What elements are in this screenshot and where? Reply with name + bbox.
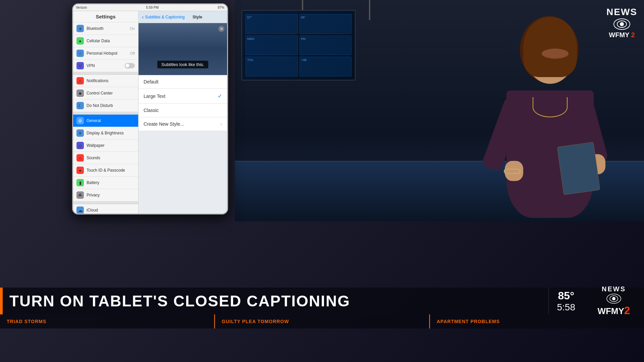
presenter-figure: [460, 0, 627, 221]
battery-label: 97%: [218, 6, 224, 9]
control-center-icon: ■: [76, 89, 84, 97]
ticker-segment-triad: TRIAD STORMS: [0, 314, 214, 328]
main-headline-text: TURN ON TABLET'S CLOSED CAPTIONING: [9, 292, 350, 310]
bg-data-cell: NWS: [246, 36, 298, 55]
background-monitor: 57° 85° NWS PM 72% ↑NE: [241, 10, 356, 80]
icloud-icon: ☁: [76, 206, 84, 214]
do-not-disturb-icon: ☾: [76, 102, 84, 109]
sidebar-item-wallpaper[interactable]: ◇ Wallpaper: [73, 139, 138, 152]
wfmy-cbs-eye-icon: [606, 294, 622, 304]
notifications-icon: ⚠: [76, 77, 84, 84]
bg-data-cell: ↑NE: [300, 57, 352, 76]
vpn-icon: V: [76, 62, 84, 69]
battery-icon: ▮: [76, 179, 84, 186]
station-label: WFMY 2: [609, 31, 635, 39]
bg-data-cell: PM: [300, 36, 352, 55]
sidebar-item-battery[interactable]: ▮ Battery: [73, 177, 138, 189]
cbs-eye-icon: [613, 18, 630, 30]
sidebar-divider: [73, 72, 138, 75]
right-nav-bar: ‹ Subtitles & Captioning Style: [139, 11, 227, 23]
ticker-label-apartment: APARTMENT PROBLEMS: [437, 319, 500, 324]
bg-data-cell: 72%: [246, 57, 298, 76]
style-option-classic[interactable]: Classic: [139, 104, 227, 117]
preview-close-button[interactable]: ✕: [218, 26, 224, 32]
time-label: 5:59 PM: [146, 6, 159, 9]
sidebar-item-bluetooth[interactable]: ∗ Bluetooth On: [73, 22, 138, 35]
studio-background: 57° 85° NWS PM 72% ↑NE: [235, 0, 644, 221]
sidebar-divider-2: [73, 112, 138, 115]
sidebar-item-display[interactable]: ☀ Display & Brightness: [73, 127, 138, 139]
general-icon: ⚙: [76, 117, 84, 124]
ipad-screen: Verizon 5:59 PM 97% Settings ∗ Bluetooth…: [73, 4, 227, 214]
bluetooth-icon: ∗: [76, 25, 84, 32]
ipad-main-content: Settings ∗ Bluetooth On ● Cellular Data …: [73, 11, 227, 214]
touchid-icon: ●: [76, 167, 84, 174]
sidebar-item-sounds[interactable]: ♫ Sounds: [73, 152, 138, 164]
sidebar-divider-3: [73, 201, 138, 204]
sidebar-item-cellular[interactable]: ● Cellular Data: [73, 35, 138, 47]
cellular-icon: ●: [76, 37, 84, 45]
nav-title: Style: [193, 15, 202, 19]
style-option-default[interactable]: Default: [139, 75, 227, 89]
temperature-display: 85°: [558, 290, 574, 302]
chevron-right-icon: ›: [220, 121, 222, 127]
ticker-segment-apartment: APARTMENT PROBLEMS: [430, 314, 644, 328]
lower-third: TURN ON TABLET'S CLOSED CAPTIONING 85° 5…: [0, 288, 644, 328]
ipad-device: Verizon 5:59 PM 97% Settings ∗ Bluetooth…: [72, 3, 228, 215]
ticker-label-guilty: GUILTY PLEA TOMORROW: [222, 319, 289, 324]
settings-right-panel: ‹ Subtitles & Captioning Style ✕ Subtitl…: [139, 11, 227, 214]
bg-data-cell: 57°: [246, 14, 298, 34]
style-option-create-new[interactable]: Create New Style... ›: [139, 117, 227, 131]
sidebar-item-privacy[interactable]: ☘ Privacy: [73, 189, 138, 201]
bg-data-cell: 85°: [300, 14, 352, 34]
subtitle-preview-text: Subtitles look like this.: [157, 61, 208, 68]
back-arrow-icon[interactable]: ‹: [142, 14, 144, 20]
orange-accent-bar: [0, 288, 3, 314]
top-right-logo: NEWS WFMY 2: [606, 7, 637, 39]
carrier-label: Verizon: [76, 6, 87, 9]
weather-time-box: 85° 5:58: [548, 288, 584, 314]
style-option-large-text[interactable]: Large Text ✓: [139, 89, 227, 104]
display-icon: ☀: [76, 129, 84, 137]
wfmy-news-text: NEWS: [602, 285, 626, 293]
sidebar-item-touchid[interactable]: ● Touch ID & Passcode: [73, 164, 138, 177]
subtitle-preview-area: ✕ Subtitles look like this.: [139, 23, 227, 75]
privacy-icon: ☘: [76, 191, 84, 199]
sidebar-item-icloud[interactable]: ☁ iCloud: [73, 204, 138, 214]
settings-sidebar: Settings ∗ Bluetooth On ● Cellular Data …: [73, 11, 139, 214]
sidebar-item-general[interactable]: ⚙ General: [73, 115, 138, 127]
settings-header: Settings: [73, 11, 138, 22]
sidebar-item-control-center[interactable]: ■ Control Center: [73, 87, 138, 100]
sidebar-item-hotspot[interactable]: ☆ Personal Hotspot Off: [73, 47, 138, 60]
sidebar-item-notifications[interactable]: ⚠ Notifications: [73, 75, 138, 87]
sidebar-item-do-not-disturb[interactable]: ☾ Do Not Disturb: [73, 100, 138, 112]
ticker-segment-guilty: GUILTY PLEA TOMORROW: [215, 314, 429, 328]
wfmy-logo: NEWS WFMY 2: [597, 285, 630, 317]
sidebar-item-vpn[interactable]: V VPN: [73, 60, 138, 72]
held-tablet: [557, 142, 600, 195]
wallpaper-icon: ◇: [76, 142, 84, 149]
news-label: NEWS: [606, 7, 637, 17]
checkmark-icon: ✓: [218, 93, 222, 99]
headline-text-area: TURN ON TABLET'S CLOSED CAPTIONING: [3, 288, 548, 314]
ticker-bar: TRIAD STORMS GUILTY PLEA TOMORROW APARTM…: [0, 314, 644, 328]
style-options-list: Default Large Text ✓ Classic: [139, 75, 227, 131]
svg-point-2: [620, 22, 624, 26]
ipad-status-bar: Verizon 5:59 PM 97%: [73, 4, 227, 11]
svg-point-5: [612, 297, 615, 300]
wfmy-logo-box: NEWS WFMY 2: [584, 288, 644, 314]
headline-bar: TURN ON TABLET'S CLOSED CAPTIONING 85° 5…: [0, 288, 644, 314]
sounds-icon: ♫: [76, 154, 84, 162]
hotspot-icon: ☆: [76, 50, 84, 57]
vpn-toggle[interactable]: [125, 63, 135, 68]
ticker-label-triad: TRIAD STORMS: [7, 319, 46, 324]
nav-back-label[interactable]: Subtitles & Captioning: [145, 15, 184, 19]
time-display: 5:58: [557, 302, 576, 313]
